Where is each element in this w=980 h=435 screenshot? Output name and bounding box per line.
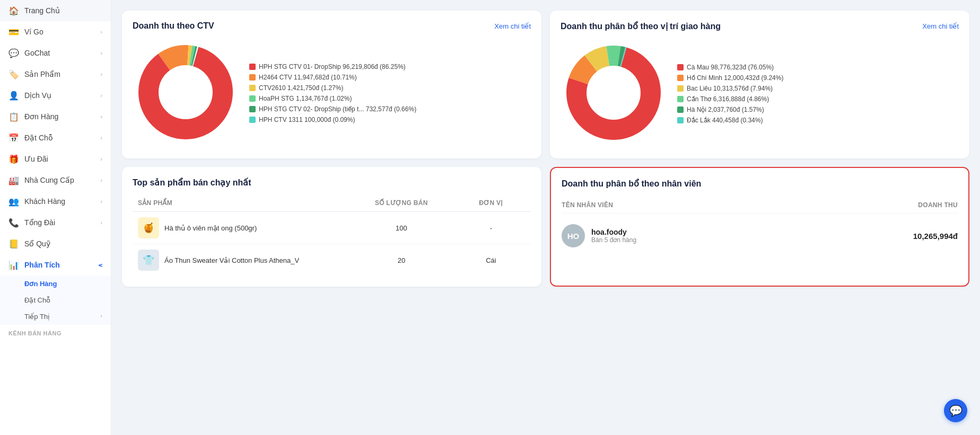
top-charts-row: Doanh thu theo CTV Xem chi tiết bbox=[122, 11, 969, 158]
sidebar-submenu-item-don-hang[interactable]: Đơn Hàng bbox=[0, 276, 111, 292]
top-products-card: Top sản phẩm bán chạy nhất SẢN PHẨM SỐ L… bbox=[122, 167, 541, 287]
legend-label: Đắc Lắk 440,458đ (0.34%) bbox=[687, 117, 763, 124]
tag-icon: 🏷️ bbox=[8, 69, 19, 79]
legend-label: Cần Thơ 6,316,888đ (4.86%) bbox=[687, 95, 769, 103]
sidebar: 🏠 Trang Chủ 💳 Ví Go › 💬 GoChat › 🏷️ Sản … bbox=[0, 0, 111, 435]
chevron-icon: › bbox=[100, 198, 102, 205]
sidebar-item-trang-chu[interactable]: 🏠 Trang Chủ bbox=[0, 0, 111, 21]
sidebar-label-tong-dai: Tổng Đài bbox=[24, 218, 55, 227]
chat-button[interactable]: 💬 bbox=[944, 399, 967, 422]
legend-color bbox=[677, 64, 684, 70]
sidebar-label-so-quy: Sổ Quỹ bbox=[24, 239, 50, 248]
legend-label: HPH CTV 1311 100,000đ (0.09%) bbox=[259, 116, 355, 123]
ledger-icon: 📒 bbox=[8, 238, 19, 249]
legend-color bbox=[249, 117, 256, 123]
revenue-ctv-link[interactable]: Xem chi tiết bbox=[494, 22, 531, 30]
product-image: 👕 bbox=[138, 250, 159, 271]
chevron-icon: › bbox=[100, 71, 102, 77]
sidebar-item-vi-go[interactable]: 💳 Ví Go › bbox=[0, 21, 111, 42]
sidebar-item-don-hang[interactable]: 📋 Đơn Hàng › bbox=[0, 106, 111, 127]
chevron-down-icon: ∨ bbox=[97, 263, 104, 267]
legend-color bbox=[249, 64, 256, 70]
ctv-donut bbox=[133, 39, 239, 147]
chevron-icon: › bbox=[100, 219, 102, 226]
legend-item: Hà Nội 2,037,760đ (1.57%) bbox=[677, 106, 783, 113]
legend-label: Cà Mau 98,776,323đ (76.05%) bbox=[687, 64, 774, 71]
sidebar-item-go-chat[interactable]: 💬 GoChat › bbox=[0, 42, 111, 64]
sidebar-label-phan-tich: Phân Tích bbox=[24, 261, 60, 269]
chevron-icon: › bbox=[100, 113, 102, 120]
location-donut bbox=[561, 40, 667, 148]
chat-icon: 💬 bbox=[8, 48, 19, 58]
staff-row: HO hoa.foody Bán 5 đơn hàng 10,265,994đ bbox=[562, 219, 958, 253]
legend-label: CTV2610 1,421,750đ (1.27%) bbox=[259, 84, 343, 92]
phan-tich-submenu: Đơn Hàng Đặt Chỗ Tiếp Thị › bbox=[0, 276, 111, 325]
main-content: Doanh thu theo CTV Xem chi tiết bbox=[111, 0, 980, 435]
booking-icon: 📅 bbox=[8, 132, 19, 143]
sidebar-submenu-item-dat-cho[interactable]: Đặt Chỗ bbox=[0, 292, 111, 308]
sidebar-label-trang-chu: Trang Chủ bbox=[24, 6, 60, 15]
sidebar-label-nha-cung-cap: Nhà Cung Cấp bbox=[24, 176, 74, 184]
home-icon: 🏠 bbox=[8, 5, 19, 16]
table-header-row: SẢN PHẨM SỐ LƯỢNG BÁN ĐƠN VỊ bbox=[133, 195, 531, 211]
sidebar-item-dich-vu[interactable]: 👤 Dịch Vụ › bbox=[0, 85, 111, 106]
sidebar-item-dat-cho[interactable]: 📅 Đặt Chỗ › bbox=[0, 127, 111, 148]
legend-label: Bac Liêu 10,313,576đ (7.94%) bbox=[687, 85, 773, 92]
legend-label: HoaPH STG 1,134,767đ (1.02%) bbox=[259, 95, 352, 102]
product-name: Áo Thun Sweater Vải Cotton Plus Athena_V bbox=[164, 256, 299, 264]
sidebar-label-vi-go: Ví Go bbox=[24, 28, 43, 36]
sidebar-label-khach-hang: Khách Hàng bbox=[24, 197, 65, 206]
revenue-location-link[interactable]: Xem chi tiết bbox=[922, 22, 959, 30]
legend-label: HPH STG CTV 02- DropShip (tiếp t... 732,… bbox=[259, 105, 416, 113]
card-header-ctv: Doanh thu theo CTV Xem chi tiết bbox=[133, 21, 531, 31]
sidebar-label-don-hang: Đơn Hàng bbox=[24, 112, 58, 121]
sidebar-item-khach-hang[interactable]: 👥 Khách Hàng › bbox=[0, 191, 111, 212]
card-header-location: Doanh thu phân bổ theo vị trí giao hàng … bbox=[561, 21, 959, 31]
chevron-icon: › bbox=[100, 177, 102, 183]
sidebar-label-dat-cho: Đặt Chỗ bbox=[24, 134, 53, 142]
legend-color bbox=[677, 106, 684, 113]
product-name: Hà thủ ô viên mật ong (500gr) bbox=[164, 224, 257, 232]
legend-item: HoaPH STG 1,134,767đ (1.02%) bbox=[249, 95, 416, 102]
table-row: 🍯 Hà thủ ô viên mật ong (500gr) 100 - bbox=[133, 211, 531, 244]
table-row: 👕 Áo Thun Sweater Vải Cotton Plus Athena… bbox=[133, 244, 531, 277]
chevron-icon: › bbox=[100, 92, 102, 99]
sidebar-item-phan-tich[interactable]: 📊 Phân Tích ∨ bbox=[0, 254, 111, 276]
staff-card-header: Doanh thu phân bổ theo nhân viên bbox=[562, 179, 958, 189]
chat-button-icon: 💬 bbox=[949, 404, 962, 417]
revenue-ctv-title: Doanh thu theo CTV bbox=[133, 21, 214, 31]
sidebar-submenu-item-tiep-thi[interactable]: Tiếp Thị › bbox=[0, 308, 111, 325]
legend-color bbox=[677, 75, 684, 81]
avatar: HO bbox=[562, 224, 585, 247]
orders-icon: 📋 bbox=[8, 111, 19, 122]
wallet-icon: 💳 bbox=[8, 26, 19, 37]
legend-label: Hà Nội 2,037,760đ (1.57%) bbox=[687, 106, 764, 113]
revenue-staff-title: Doanh thu phân bổ theo nhân viên bbox=[562, 179, 701, 189]
legend-color bbox=[249, 106, 256, 112]
chevron-right-icon: › bbox=[100, 313, 102, 321]
customers-icon: 👥 bbox=[8, 196, 19, 207]
staff-col-revenue: DOANH THU bbox=[918, 201, 958, 209]
svg-point-6 bbox=[160, 67, 211, 118]
revenue-location-card: Doanh thu phân bổ theo vị trí giao hàng … bbox=[550, 11, 969, 158]
product-unit: - bbox=[451, 211, 531, 244]
legend-color bbox=[677, 85, 684, 92]
sidebar-item-tong-dai[interactable]: 📞 Tổng Đài › bbox=[0, 212, 111, 233]
product-cell: 👕 Áo Thun Sweater Vải Cotton Plus Athena… bbox=[138, 250, 346, 271]
chevron-icon: › bbox=[100, 156, 102, 162]
sidebar-label-go-chat: GoChat bbox=[24, 49, 50, 57]
staff-col-name: TÊN NHÂN VIÊN bbox=[562, 201, 613, 209]
sidebar-item-san-pham[interactable]: 🏷️ Sản Phẩm › bbox=[0, 64, 111, 85]
product-qty: 20 bbox=[352, 244, 451, 277]
sidebar-item-nha-cung-cap[interactable]: 🏭 Nhà Cung Cấp › bbox=[0, 170, 111, 191]
legend-color bbox=[249, 95, 256, 102]
sidebar-item-uu-dai[interactable]: 🎁 Ưu Đãi › bbox=[0, 148, 111, 170]
legend-item: HPH CTV 1311 100,000đ (0.09%) bbox=[249, 116, 416, 123]
product-name-cell: 🍯 Hà thủ ô viên mật ong (500gr) bbox=[133, 211, 352, 244]
legend-item: H2464 CTV 11,947,682đ (10.71%) bbox=[249, 74, 416, 81]
top-products-table: SẢN PHẨM SỐ LƯỢNG BÁN ĐƠN VỊ 🍯 Hà thủ ô … bbox=[133, 195, 531, 276]
sidebar-item-so-quy[interactable]: 📒 Sổ Quỹ bbox=[0, 233, 111, 254]
gift-icon: 🎁 bbox=[8, 154, 19, 164]
revenue-location-title: Doanh thu phân bổ theo vị trí giao hàng bbox=[561, 21, 721, 31]
legend-label: H2464 CTV 11,947,682đ (10.71%) bbox=[259, 74, 357, 81]
